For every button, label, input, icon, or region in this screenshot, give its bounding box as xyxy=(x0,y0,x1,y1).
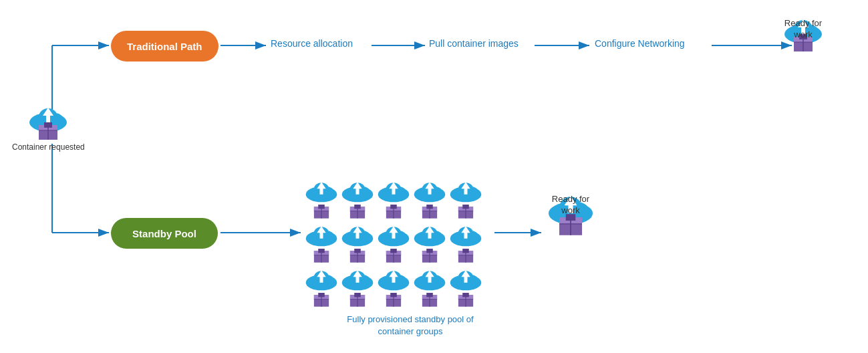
ready-bottom-box-svg xyxy=(559,214,582,235)
grid-icon-3 xyxy=(376,177,411,219)
container-requested-icon: Container requested xyxy=(12,104,85,153)
pull-container-text: Pull container images xyxy=(429,38,519,49)
grid-icon-15 xyxy=(448,265,483,307)
container-grid xyxy=(304,177,483,307)
grid-icon-7 xyxy=(340,221,375,263)
grid-icon-13 xyxy=(376,265,411,307)
grid-icon-10 xyxy=(448,221,483,263)
grid-icon-2 xyxy=(340,177,375,219)
box-svg-bottom xyxy=(39,122,57,140)
ready-bottom-label: Ready for work xyxy=(547,194,595,217)
ready-bottom-icon: Ready for work xyxy=(547,191,595,235)
grid-icon-4 xyxy=(412,177,447,219)
grid-icon-9 xyxy=(412,221,447,263)
grid-icon-11 xyxy=(304,265,339,307)
grid-icon-12 xyxy=(340,265,375,307)
grid-icon-14 xyxy=(412,265,447,307)
grid-icon-6 xyxy=(304,221,339,263)
container-cloud-box xyxy=(28,104,68,140)
provisioned-label: Fully provisioned standby pool of contai… xyxy=(330,314,490,338)
grid-icon-5 xyxy=(448,177,483,219)
ready-top-label: Ready for work xyxy=(783,18,823,41)
resource-allocation-text: Resource allocation xyxy=(271,38,353,49)
diagram: Container requested Traditional Path Res… xyxy=(0,0,868,353)
ready-top-icon: Ready for work xyxy=(783,15,823,51)
grid-icon-1 xyxy=(304,177,339,219)
grid-icon-8 xyxy=(376,221,411,263)
traditional-path-label: Traditional Path xyxy=(127,41,202,52)
standby-pool-label: Standby Pool xyxy=(132,228,196,239)
container-requested-label: Container requested xyxy=(12,142,85,153)
configure-networking-text: Configure Networking xyxy=(595,38,685,49)
standby-pool-pill: Standby Pool xyxy=(111,218,218,249)
traditional-path-pill: Traditional Path xyxy=(111,31,219,62)
